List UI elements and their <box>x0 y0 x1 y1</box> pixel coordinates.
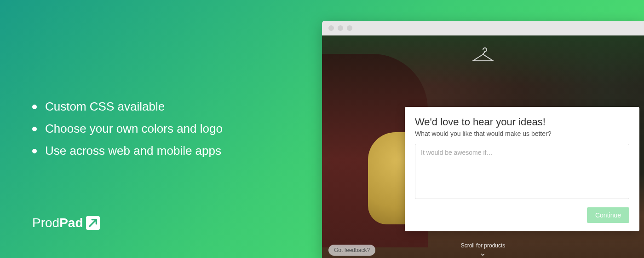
feedback-actions: Continue <box>415 207 629 223</box>
bullet-item: Custom CSS available <box>32 99 290 115</box>
feedback-title: We'd love to hear your ideas! <box>415 116 629 128</box>
marketing-copy: Custom CSS available Choose your own col… <box>0 0 322 258</box>
prodpad-arrow-icon <box>86 216 100 230</box>
scroll-hint: Scroll for products ⌄ <box>461 242 506 256</box>
feedback-input[interactable] <box>415 144 629 199</box>
brand-text-prod: Prod <box>32 216 59 230</box>
bullet-text: Custom CSS available <box>45 99 165 115</box>
window-dot-icon <box>328 25 334 31</box>
prodpad-logo: ProdPad <box>32 216 100 230</box>
got-feedback-button[interactable]: Got feedback? <box>328 245 375 256</box>
window-dot-icon <box>338 25 343 31</box>
brand-text-pad: Pad <box>59 216 83 230</box>
bullet-item: Choose your own colors and logo <box>32 121 290 137</box>
scroll-hint-label: Scroll for products <box>461 242 506 249</box>
bullet-text: Use across web and mobile apps <box>45 143 221 159</box>
feedback-card: We'd love to hear your ideas! What would… <box>405 107 639 231</box>
chevron-down-icon: ⌄ <box>461 251 506 256</box>
bullet-text: Choose your own colors and logo <box>45 121 223 137</box>
window-dot-icon <box>347 25 352 31</box>
feedback-subtitle: What would you like that would make us b… <box>415 130 629 137</box>
app-viewport: We'd love to hear your ideas! What would… <box>322 35 644 258</box>
continue-button[interactable]: Continue <box>587 207 629 223</box>
browser-titlebar <box>322 21 644 35</box>
bullet-item: Use across web and mobile apps <box>32 143 290 159</box>
browser-window: We'd love to hear your ideas! What would… <box>322 21 644 258</box>
hanger-icon <box>470 47 496 65</box>
feature-bullets: Custom CSS available Choose your own col… <box>32 93 290 165</box>
